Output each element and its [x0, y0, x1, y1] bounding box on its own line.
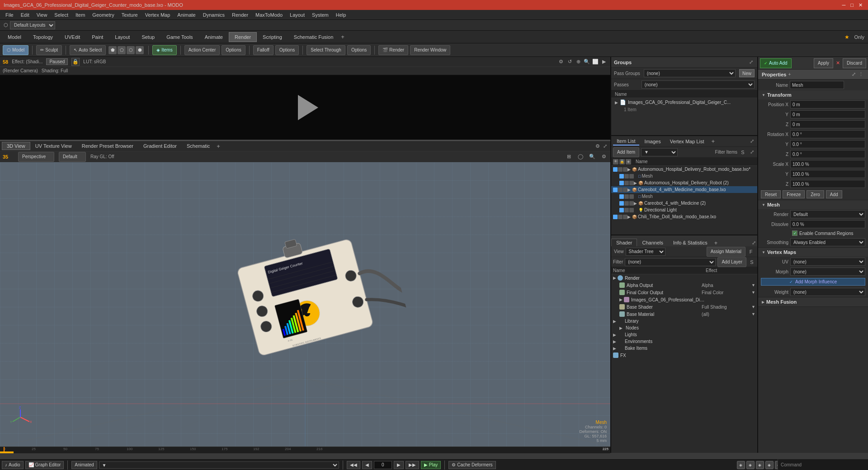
- vis-render-0[interactable]: [623, 167, 627, 172]
- item-row-2[interactable]: ▶ 📦 Autonomous_Hospital_Delivery_Robot (…: [611, 179, 757, 186]
- zero-btn[interactable]: Zero: [807, 190, 824, 198]
- sculpt-button[interactable]: ✏Sculpt: [36, 45, 62, 55]
- vis-lock-4[interactable]: [624, 194, 629, 199]
- props-expand-icon[interactable]: ⤢: [850, 71, 857, 78]
- tab-uvedit[interactable]: UVEdit: [59, 32, 86, 42]
- add-btn[interactable]: Add: [826, 190, 842, 198]
- play-button-shape[interactable]: [298, 95, 318, 120]
- vis-render-2[interactable]: [629, 181, 634, 185]
- props-more-icon[interactable]: ⋮: [857, 71, 864, 78]
- shader-expand-icon[interactable]: ⤢: [750, 239, 757, 246]
- status-icon-1[interactable]: ◈: [737, 461, 745, 469]
- viewport-tab-add-icon[interactable]: +: [215, 143, 222, 150]
- item-row-0[interactable]: ▶ 📦 Autonomous_Hospital_Delivery_Robot_m…: [611, 166, 757, 173]
- vis-lock-5[interactable]: [624, 201, 629, 206]
- tool-icon-3[interactable]: ⬡: [127, 46, 135, 54]
- tab-schematic-fusion[interactable]: Schematic Fusion: [288, 32, 339, 42]
- imagegca-expand[interactable]: ▶: [619, 297, 624, 302]
- item-row-1[interactable]: □ Mesh: [611, 173, 757, 179]
- vis-eye-6[interactable]: [619, 208, 624, 212]
- vis-render-4[interactable]: [629, 194, 634, 199]
- vp-settings-icon[interactable]: ⚙: [600, 153, 608, 160]
- vis-eye-1[interactable]: [619, 174, 624, 179]
- menu-texture[interactable]: Texture: [118, 10, 142, 20]
- cmd-regions-checkbox[interactable]: [792, 230, 797, 236]
- layout-dropdown[interactable]: Default Layouts: [10, 21, 55, 29]
- status-icon-4[interactable]: ◈: [765, 461, 774, 469]
- tool-icon-4[interactable]: ⬢: [136, 46, 144, 54]
- shader-tab-add[interactable]: +: [712, 240, 720, 246]
- render-button[interactable]: 🎬Render: [378, 45, 408, 55]
- tab-vertex-map-list[interactable]: Vertex Map List: [666, 138, 708, 145]
- add-morph-influence-btn[interactable]: ✓ Add Morph Influence: [761, 278, 865, 286]
- lock-icon[interactable]: 🔒: [71, 58, 80, 66]
- finalcolor-dropdown[interactable]: ▼: [751, 290, 755, 295]
- select-through-button[interactable]: Select Through: [307, 45, 345, 55]
- model-button[interactable]: ⬡Model: [3, 45, 28, 55]
- add-layer-s-icon[interactable]: S: [748, 258, 755, 266]
- item-row-4[interactable]: □ Mesh: [611, 193, 757, 200]
- search-icon[interactable]: 🔍: [583, 58, 590, 66]
- menu-layout[interactable]: Layout: [286, 10, 308, 20]
- animated-btn[interactable]: Animated: [71, 461, 97, 469]
- vis-eye-3[interactable]: [613, 188, 618, 192]
- lights-expand[interactable]: ▶: [613, 333, 618, 337]
- maximize-icon[interactable]: □: [850, 2, 854, 8]
- minimize-icon[interactable]: ─: [842, 2, 845, 8]
- cache-deformers-btn[interactable]: ⚙ Cache Deformers: [448, 461, 495, 469]
- menu-dynamics[interactable]: Dynamics: [199, 10, 228, 20]
- prev-frame-btn[interactable]: ◀: [362, 461, 372, 469]
- tab-schematic[interactable]: Schematic: [182, 142, 215, 150]
- add-item-type-dropdown[interactable]: ▼: [641, 148, 678, 156]
- tab-model[interactable]: Model: [2, 32, 27, 42]
- name-input[interactable]: [790, 81, 844, 89]
- shader-row-lights[interactable]: ▶ Lights: [611, 331, 757, 338]
- falloff-button[interactable]: Falloff: [253, 45, 274, 55]
- menu-select[interactable]: Select: [51, 10, 72, 20]
- shader-f-icon[interactable]: F: [747, 248, 755, 255]
- item-list-tab-add[interactable]: +: [709, 138, 717, 145]
- vis-render-3[interactable]: [623, 188, 627, 192]
- vis-eye-0[interactable]: [613, 167, 618, 172]
- mesh-fusion-header[interactable]: ▶ Mesh Fusion: [758, 297, 868, 306]
- add-item-btn[interactable]: Add Item: [613, 147, 639, 157]
- vis-lock-1[interactable]: [624, 174, 629, 179]
- bake-expand[interactable]: ▶: [613, 346, 618, 351]
- tab-game-tools[interactable]: Game Tools: [160, 32, 199, 42]
- prev-key-btn[interactable]: ◀◀: [347, 461, 360, 469]
- tab-3dview[interactable]: 3D View: [2, 142, 30, 150]
- vis-eye-5[interactable]: [619, 201, 624, 206]
- item-expand-7[interactable]: ▶: [627, 215, 632, 219]
- assign-material-btn[interactable]: Assign Material: [707, 247, 745, 257]
- menu-item[interactable]: Item: [72, 10, 89, 20]
- add-layer-btn[interactable]: Add Layer: [717, 257, 746, 267]
- tab-channels[interactable]: Channels: [637, 239, 668, 246]
- item-row-6[interactable]: 💡 Directional Light: [611, 207, 757, 213]
- tool-icon-2[interactable]: ⬠: [118, 46, 126, 54]
- frame-input[interactable]: [374, 461, 392, 469]
- item-row-5[interactable]: ▶ 📦 Careobot_4_with_Medicine (2): [611, 200, 757, 207]
- reset-btn[interactable]: Reset: [761, 190, 781, 198]
- shader-row-bake[interactable]: ▶ Bake Items: [611, 345, 757, 352]
- scale-z-input[interactable]: [790, 180, 865, 188]
- item-expand-5[interactable]: ▶: [634, 201, 638, 206]
- menu-render[interactable]: Render: [228, 10, 252, 20]
- tab-topology[interactable]: Topology: [27, 32, 59, 42]
- vis-eye-2[interactable]: [619, 181, 624, 185]
- expand-icon[interactable]: ⬜: [592, 58, 599, 66]
- filter-s-icon[interactable]: S: [739, 149, 746, 156]
- options-btn3[interactable]: Options: [347, 45, 371, 55]
- vp-grid-icon[interactable]: ⊞: [565, 153, 572, 160]
- render-mode-dropdown[interactable]: Default: [790, 210, 865, 218]
- shader-row-basemat[interactable]: Base Material (all) ▼: [611, 310, 757, 318]
- graph-editor-btn[interactable]: 📈 Graph Editor: [25, 461, 64, 469]
- mesh-header[interactable]: ▼ Mesh: [758, 200, 868, 209]
- nodes-expand[interactable]: ▶: [619, 326, 624, 330]
- rot-x-input[interactable]: [790, 130, 865, 138]
- scale-y-input[interactable]: [790, 170, 865, 178]
- tab-scripting[interactable]: Scripting: [257, 32, 288, 42]
- animated-dropdown[interactable]: ▼: [99, 461, 339, 469]
- menu-help[interactable]: Help: [332, 10, 350, 20]
- render-window-button[interactable]: Render Window: [410, 45, 450, 55]
- tab-images[interactable]: Images: [641, 138, 665, 145]
